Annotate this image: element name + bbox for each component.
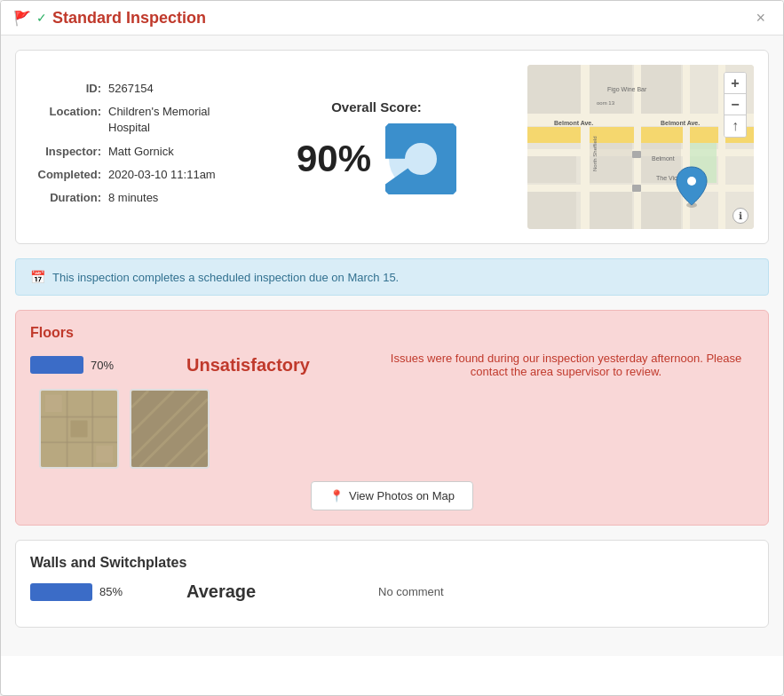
check-icon: ✓ <box>36 11 47 25</box>
floors-title: Floors <box>30 325 754 341</box>
compass-button[interactable]: ↑ <box>725 115 746 137</box>
id-value: 5267154 <box>108 81 154 97</box>
calendar-icon: 📅 <box>30 270 45 284</box>
flag-icon: 🚩 <box>13 10 31 27</box>
walls-score-row: 85% Average No comment <box>30 581 754 602</box>
floors-score-row: 70% Unsatisfactory Issues were found dur… <box>30 352 754 378</box>
svg-rect-34 <box>41 441 117 443</box>
id-row: ID: 5267154 <box>30 81 226 97</box>
svg-rect-17 <box>527 156 576 183</box>
svg-text:Belmont Ave.: Belmont Ave. <box>661 120 700 126</box>
svg-rect-19 <box>590 192 632 229</box>
svg-text:Belmont Ave.: Belmont Ave. <box>554 120 593 126</box>
floor-photo-2[interactable] <box>130 389 210 469</box>
walls-title: Walls and Switchplates <box>30 555 754 571</box>
map-controls: + − ↑ <box>724 72 747 138</box>
walls-bar-container: 85% <box>30 583 172 601</box>
svg-rect-18 <box>527 192 576 229</box>
floor-photo-1-img <box>41 391 117 467</box>
svg-rect-38 <box>70 420 87 437</box>
score-pie-chart <box>385 123 456 194</box>
svg-rect-39 <box>96 446 113 463</box>
floor-photo-2-img <box>131 391 208 467</box>
walls-rating: Average <box>186 581 364 602</box>
close-button[interactable]: × <box>750 8 771 28</box>
svg-rect-30 <box>632 151 641 158</box>
svg-rect-11 <box>527 65 581 114</box>
view-map-btn-row: 📍 View Photos on Map <box>30 481 754 510</box>
score-section: Overall Score: 90% <box>243 99 510 194</box>
title-bar-left: 🚩 ✓ Standard Inspection <box>13 9 206 28</box>
window-title: Standard Inspection <box>52 9 206 28</box>
score-display: 90% <box>297 123 456 194</box>
floors-section: Floors 70% Unsatisfactory Issues were fo… <box>15 310 769 526</box>
floors-photos-row <box>39 389 754 469</box>
zoom-out-button[interactable]: − <box>725 94 746 115</box>
main-window: 🚩 ✓ Standard Inspection × ID: 5267154 Lo… <box>0 0 784 696</box>
walls-score-bar <box>30 583 92 601</box>
svg-point-29 <box>687 177 696 186</box>
inspector-value: Matt Gornick <box>108 144 174 160</box>
info-card: ID: 5267154 Location: Children's Memoria… <box>15 50 769 244</box>
completed-value: 2020-03-10 11:11am <box>108 167 216 183</box>
svg-text:The Vic: The Vic <box>656 175 677 181</box>
floors-bar-container: 70% <box>30 356 172 374</box>
zoom-in-button[interactable]: + <box>725 73 746 94</box>
info-fields: ID: 5267154 Location: Children's Memoria… <box>30 81 226 213</box>
completed-label: Completed: <box>30 167 101 183</box>
floor-photo-1[interactable] <box>39 389 119 469</box>
walls-score-pct: 85% <box>99 585 123 598</box>
location-value: Children's Memorial Hospital <box>108 104 226 136</box>
duration-label: Duration: <box>30 190 101 206</box>
schedule-notice: 📅 This inspection completes a scheduled … <box>15 258 769 296</box>
schedule-notice-text: This inspection completes a scheduled in… <box>52 271 399 284</box>
svg-rect-13 <box>641 65 681 114</box>
floors-score-pct: 70% <box>91 359 114 372</box>
view-map-btn-label: View Photos on Map <box>349 489 455 502</box>
svg-rect-36 <box>91 391 93 467</box>
svg-rect-31 <box>632 185 641 192</box>
walls-section: Walls and Switchplates 85% Average No co… <box>15 540 769 628</box>
svg-rect-40 <box>131 391 208 467</box>
map-section: Figo Wine Bar oom 13 Belmont Ave. Belmon… <box>527 65 754 229</box>
location-row: Location: Children's Memorial Hospital <box>30 104 226 136</box>
svg-text:oom 13: oom 13 <box>597 100 615 106</box>
location-pin-icon: 📍 <box>329 489 344 502</box>
svg-text:Belmont: Belmont <box>652 155 675 162</box>
svg-text:North Sheffield: North Sheffield <box>592 136 598 171</box>
svg-text:Figo Wine Bar: Figo Wine Bar <box>607 86 647 93</box>
inspector-label: Inspector: <box>30 144 101 160</box>
walls-comment: No comment <box>378 585 754 598</box>
floors-rating: Unsatisfactory <box>186 355 364 376</box>
duration-value: 8 minutes <box>108 190 158 206</box>
completed-row: Completed: 2020-03-10 11:11am <box>30 167 226 183</box>
view-photos-on-map-button[interactable]: 📍 View Photos on Map <box>311 481 473 510</box>
location-label: Location: <box>30 104 101 136</box>
svg-rect-20 <box>641 192 681 229</box>
duration-row: Duration: 8 minutes <box>30 190 226 206</box>
title-bar: 🚩 ✓ Standard Inspection × <box>1 1 783 36</box>
inspector-row: Inspector: Matt Gornick <box>30 144 226 160</box>
svg-rect-35 <box>67 391 68 467</box>
svg-rect-33 <box>41 416 117 418</box>
map-info-button[interactable]: ℹ <box>733 208 748 224</box>
id-label: ID: <box>30 81 101 97</box>
svg-rect-37 <box>45 395 62 412</box>
content-area: ID: 5267154 Location: Children's Memoria… <box>1 36 783 656</box>
map-background: Figo Wine Bar oom 13 Belmont Ave. Belmon… <box>527 65 754 229</box>
floors-score-bar <box>30 356 83 374</box>
overall-score-label: Overall Score: <box>331 99 422 115</box>
overall-score-number: 90% <box>297 138 371 180</box>
floors-comment: Issues were found during our inspection … <box>378 352 754 378</box>
svg-rect-7 <box>581 65 590 229</box>
